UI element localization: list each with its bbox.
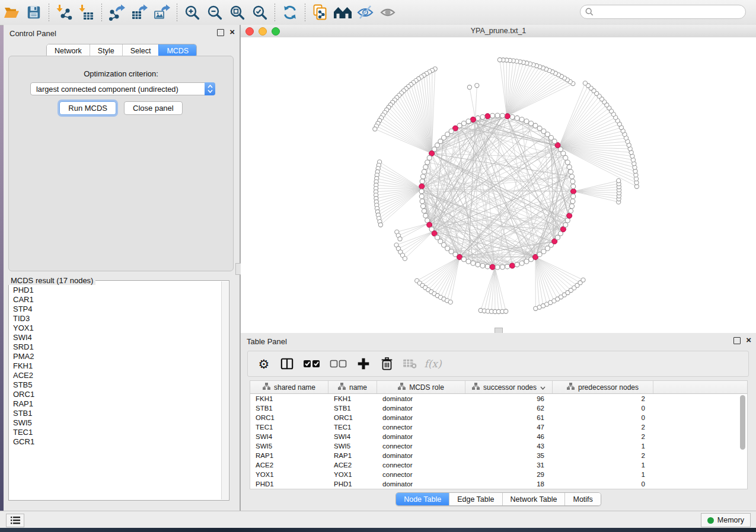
mcds-result-item[interactable]: RAP1	[11, 399, 222, 409]
graph-node[interactable]	[515, 116, 519, 120]
clone-network-button[interactable]	[309, 2, 331, 23]
export-network-button[interactable]	[106, 2, 128, 23]
close-panel-button-mcds[interactable]: Close panel	[124, 101, 183, 115]
tab-mcds[interactable]: MCDS	[158, 44, 196, 57]
graph-node[interactable]	[373, 127, 377, 131]
mcds-result-item[interactable]: TEC1	[11, 428, 222, 437]
graph-node[interactable]	[571, 194, 576, 198]
graph-node[interactable]	[505, 264, 510, 269]
table-row[interactable]: SWI5SWI5connector431	[250, 441, 747, 451]
mcds-result-item[interactable]: SRD1	[11, 342, 222, 352]
select-all-columns-button[interactable]	[301, 355, 323, 373]
graph-node[interactable]	[495, 113, 500, 118]
table-row[interactable]: SWI4SWI4dominator462	[250, 432, 747, 441]
tab-select[interactable]: Select	[122, 44, 159, 57]
deselect-all-columns-button[interactable]	[328, 355, 349, 373]
mcds-result-item[interactable]: PHD1	[11, 286, 222, 295]
mcds-result-item[interactable]: TID3	[11, 314, 222, 323]
export-table-button[interactable]	[128, 2, 151, 23]
create-column-button[interactable]	[355, 355, 372, 373]
graph-node[interactable]	[529, 121, 534, 126]
table-row[interactable]: TEC1TEC1connector472	[250, 422, 747, 432]
hide-graphics-button[interactable]	[354, 2, 377, 23]
mcds-list-scrollbar[interactable]	[221, 281, 228, 499]
zoom-in-button[interactable]	[181, 2, 203, 23]
mcds-result-item[interactable]: YOX1	[11, 323, 222, 333]
graph-hub-node[interactable]	[490, 264, 495, 270]
graph-hub-node[interactable]	[510, 263, 515, 268]
graph-node[interactable]	[570, 204, 575, 209]
float-table-panel-button[interactable]	[733, 337, 741, 344]
close-table-panel-button[interactable]: ×	[746, 337, 751, 343]
graph-node[interactable]	[422, 209, 426, 213]
graph-node[interactable]	[475, 84, 479, 88]
table-settings-button[interactable]: ⚙	[255, 355, 273, 373]
graph-node[interactable]	[570, 199, 575, 204]
tab-style[interactable]: Style	[90, 44, 122, 57]
graph-node[interactable]	[466, 119, 471, 124]
graph-node[interactable]	[378, 223, 382, 227]
graph-hub-node[interactable]	[485, 114, 490, 119]
graph-node[interactable]	[485, 264, 490, 269]
export-image-button[interactable]	[151, 2, 173, 23]
graph-node[interactable]	[497, 57, 502, 62]
table-row[interactable]: ACE2ACE2connector311	[250, 460, 747, 470]
graph-node[interactable]	[423, 165, 428, 169]
graph-node[interactable]	[421, 204, 426, 209]
float-panel-button[interactable]	[217, 29, 224, 36]
mcds-result-item[interactable]: SWI4	[11, 333, 222, 342]
zoom-out-button[interactable]	[203, 2, 226, 23]
open-file-button[interactable]	[0, 2, 23, 23]
refresh-button[interactable]	[279, 2, 301, 23]
graph-node[interactable]	[500, 265, 505, 270]
graph-hub-node[interactable]	[419, 184, 425, 189]
mcds-result-item[interactable]: PMA2	[11, 352, 222, 361]
graph-node[interactable]	[403, 257, 407, 261]
graph-node[interactable]	[515, 262, 519, 267]
mcds-result-item[interactable]: STB1	[11, 409, 222, 418]
graph-node[interactable]	[480, 115, 485, 120]
search-box[interactable]	[580, 5, 746, 19]
table-row[interactable]: PHD1PHD1dominator180	[250, 479, 747, 489]
graph-node[interactable]	[569, 169, 573, 174]
graph-node[interactable]	[419, 194, 424, 198]
mcds-result-item[interactable]: GCR1	[11, 437, 222, 447]
delete-column-button[interactable]	[378, 355, 395, 373]
graph-node[interactable]	[476, 262, 480, 267]
zoom-fit-button[interactable]	[226, 2, 248, 23]
graph-node[interactable]	[565, 218, 570, 223]
graph-node[interactable]	[421, 174, 426, 179]
mcds-result-item[interactable]: STB5	[11, 380, 222, 390]
graph-node[interactable]	[495, 265, 500, 270]
table-row[interactable]: ORC1ORC1dominator610	[250, 413, 747, 422]
mcds-result-item[interactable]: FKH1	[11, 361, 222, 371]
graph-hub-node[interactable]	[571, 189, 576, 194]
graph-node[interactable]	[583, 81, 587, 85]
column-header-successor-nodes[interactable]: successor nodes	[465, 381, 553, 393]
show-columns-button[interactable]	[278, 355, 296, 373]
table-row[interactable]: YOX1YOX1connector291	[250, 470, 747, 479]
mcds-result-item[interactable]: ACE2	[11, 371, 222, 380]
column-header-shared-name[interactable]: shared name	[250, 381, 328, 393]
table-scrollbar[interactable]	[740, 395, 745, 484]
import-network-button[interactable]	[53, 2, 75, 23]
graph-node[interactable]	[537, 126, 542, 131]
graph-node[interactable]	[617, 179, 621, 183]
graph-node[interactable]	[519, 261, 524, 265]
save-session-button[interactable]	[23, 2, 45, 23]
graph-node[interactable]	[427, 155, 432, 160]
table-row[interactable]: FKH1FKH1dominator962	[250, 394, 747, 403]
graph-node[interactable]	[420, 199, 425, 204]
graph-node[interactable]	[467, 85, 471, 89]
zoom-selected-button[interactable]	[248, 2, 271, 23]
close-panel-button[interactable]: ×	[229, 29, 235, 35]
graph-hub-node[interactable]	[567, 213, 572, 219]
graph-node[interactable]	[567, 165, 572, 169]
mcds-result-item[interactable]: SWI5	[11, 418, 222, 428]
graph-node[interactable]	[471, 261, 476, 265]
graph-node[interactable]	[570, 174, 575, 179]
column-header-predecessor-nodes[interactable]: predecessor nodes	[553, 381, 653, 393]
graph-node[interactable]	[563, 223, 568, 227]
graph-node[interactable]	[466, 259, 471, 264]
graph-hub-node[interactable]	[505, 114, 510, 119]
